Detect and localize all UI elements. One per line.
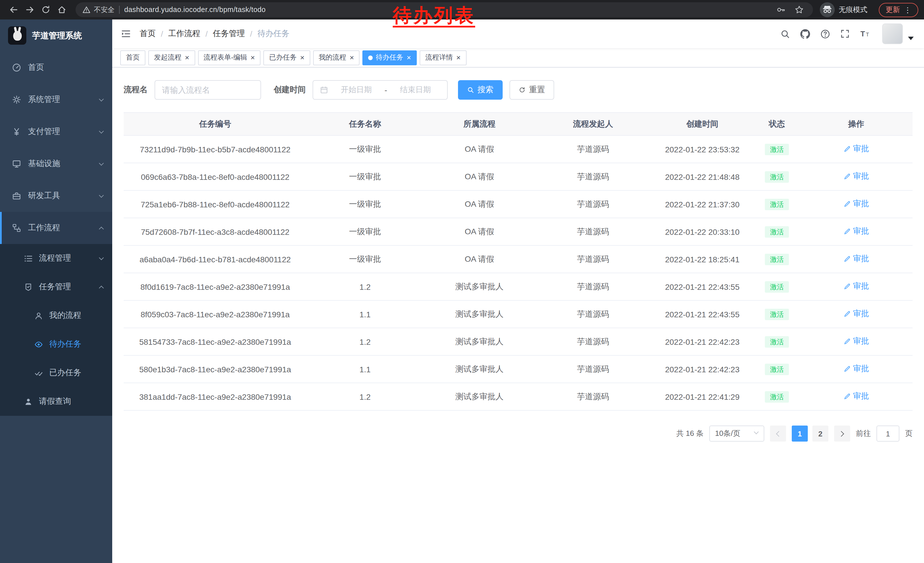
app-logo xyxy=(8,26,26,45)
star-icon[interactable] xyxy=(792,3,806,17)
page-size-value: 10条/页 xyxy=(715,428,740,439)
tags-view-tab[interactable]: 我的流程× xyxy=(313,50,360,65)
sidebar-item-done-tasks[interactable]: 已办任务 xyxy=(0,359,112,387)
end-date-placeholder[interactable]: 结束日期 xyxy=(391,85,440,95)
reset-button[interactable]: 重置 xyxy=(510,80,554,100)
approve-link[interactable]: 审批 xyxy=(843,309,869,319)
breadcrumb-home[interactable]: 首页 xyxy=(140,29,156,39)
sidebar-item-leave-query[interactable]: 请假查询 xyxy=(0,387,112,416)
cell-status: 激活 xyxy=(754,308,800,320)
sidebar-item-system[interactable]: 系统管理 xyxy=(0,84,112,116)
cell-name: 1.2 xyxy=(307,337,423,346)
my-process-icon xyxy=(33,311,44,320)
incognito-badge[interactable]: 无痕模式 xyxy=(819,1,873,18)
sidebar-item-my-process[interactable]: 我的流程 xyxy=(0,301,112,330)
reload-icon[interactable] xyxy=(38,2,54,18)
prev-page-button[interactable] xyxy=(770,426,786,441)
col-header-task-name: 任务名称 xyxy=(307,119,423,129)
font-size-icon[interactable]: TT xyxy=(858,26,873,41)
page-button-1[interactable]: 1 xyxy=(792,426,808,441)
pager-pages: 12 xyxy=(792,426,828,441)
page-button-2[interactable]: 2 xyxy=(812,426,828,441)
cell-id: 58154733-7ac8-11ec-a9e2-a2380e71991a xyxy=(124,337,307,346)
search-icon[interactable] xyxy=(777,26,792,41)
sidebar-item-payment[interactable]: 支付管理 xyxy=(0,116,112,148)
person-icon xyxy=(23,397,33,406)
close-icon[interactable]: × xyxy=(407,54,411,61)
search-button[interactable]: 搜索 xyxy=(458,80,502,100)
caret-down-icon[interactable] xyxy=(908,37,914,40)
approve-label: 审批 xyxy=(853,227,869,237)
approve-link[interactable]: 审批 xyxy=(843,171,869,182)
sidebar-item-label: 待办任务 xyxy=(49,339,103,349)
github-icon[interactable] xyxy=(798,26,812,41)
approve-link[interactable]: 审批 xyxy=(843,227,869,237)
sidebar-item-label: 我的流程 xyxy=(49,311,103,321)
sidebar-item-task-management[interactable]: 任务管理 xyxy=(0,273,112,301)
tags-view-tab[interactable]: 流程表单-编辑× xyxy=(198,50,261,65)
tab-label: 已办任务 xyxy=(269,53,297,62)
cell-id: 381aa1dd-7ac8-11ec-a9e2-a2380e71991a xyxy=(124,392,307,401)
close-icon[interactable]: × xyxy=(300,54,304,61)
sidebar-item-infrastructure[interactable]: 基础设施 xyxy=(0,148,112,180)
process-name-input[interactable] xyxy=(162,86,254,95)
approve-link[interactable]: 审批 xyxy=(843,144,869,155)
tags-view-tab[interactable]: 待办任务× xyxy=(363,50,417,65)
next-page-button[interactable] xyxy=(834,426,850,441)
cell-name: 一级审批 xyxy=(307,144,423,155)
update-button[interactable]: 更新 ⋮ xyxy=(879,3,918,17)
tab-label: 流程详情 xyxy=(425,53,453,62)
forward-icon[interactable] xyxy=(22,2,38,18)
cell-id: 8f0d1619-7ac8-11ec-a9e2-a2380e71991a xyxy=(124,282,307,291)
search-button-label: 搜索 xyxy=(477,85,494,95)
approve-link[interactable]: 审批 xyxy=(843,281,869,292)
sidebar-item-home[interactable]: 首页 xyxy=(0,51,112,84)
avatar[interactable] xyxy=(882,24,903,44)
close-icon[interactable]: × xyxy=(250,54,255,61)
pagination: 共 16 条 10条/页 12 前往 页 xyxy=(124,426,912,441)
tags-view-tab[interactable]: 流程详情× xyxy=(420,50,466,65)
approve-link[interactable]: 审批 xyxy=(843,364,869,374)
sidebar-item-workflow[interactable]: 工作流程 xyxy=(0,212,112,244)
start-date-placeholder[interactable]: 开始日期 xyxy=(332,85,381,95)
approve-link[interactable]: 审批 xyxy=(843,336,869,347)
fullscreen-icon[interactable] xyxy=(837,26,852,41)
sidebar-item-devtools[interactable]: 研发工具 xyxy=(0,180,112,212)
approve-link[interactable]: 审批 xyxy=(843,199,869,209)
key-icon[interactable] xyxy=(774,3,788,17)
question-icon[interactable] xyxy=(818,26,832,41)
close-icon[interactable]: × xyxy=(456,54,460,61)
more-vert-icon[interactable]: ⋮ xyxy=(904,6,911,14)
back-icon[interactable] xyxy=(6,2,22,18)
process-name-label: 流程名 xyxy=(124,85,148,95)
edit-icon xyxy=(843,173,851,180)
tags-view-tab[interactable]: 已办任务× xyxy=(263,50,310,65)
security-indicator[interactable]: 不安全 xyxy=(82,5,114,15)
tags-view-tab[interactable]: 首页 xyxy=(120,50,146,65)
cell-created: 2022-01-21 22:41:29 xyxy=(651,392,754,401)
close-icon[interactable]: × xyxy=(350,54,354,61)
sidebar-item-process-management[interactable]: 流程管理 xyxy=(0,244,112,273)
breadcrumb-task-management[interactable]: 任务管理 xyxy=(213,29,245,39)
create-time-label: 创建时间 xyxy=(274,85,306,95)
cell-process: 测试多审批人 xyxy=(423,336,535,347)
approve-link[interactable]: 审批 xyxy=(843,254,869,264)
breadcrumb-workflow[interactable]: 工作流程 xyxy=(168,29,200,39)
status-badge: 激活 xyxy=(765,363,789,375)
cell-status: 激活 xyxy=(754,198,800,210)
sidebar-item-todo-tasks[interactable]: 待办任务 xyxy=(0,330,112,359)
cell-action: 审批 xyxy=(800,254,912,264)
page-size-select[interactable]: 10条/页 xyxy=(710,426,764,441)
tags-view-tab[interactable]: 发起流程× xyxy=(148,50,195,65)
date-range-picker[interactable]: 开始日期 - 结束日期 xyxy=(313,80,448,100)
goto-page-input[interactable] xyxy=(876,426,899,441)
cell-created: 2022-01-22 23:53:32 xyxy=(651,145,754,154)
approve-label: 审批 xyxy=(853,171,869,182)
process-name-field xyxy=(154,80,261,100)
app-title: 芋道管理系统 xyxy=(32,30,82,41)
cell-status: 激活 xyxy=(754,391,800,402)
close-icon[interactable]: × xyxy=(185,54,189,61)
sidebar-collapse-icon[interactable] xyxy=(112,20,140,48)
approve-link[interactable]: 审批 xyxy=(843,392,869,402)
home-icon[interactable] xyxy=(54,2,70,18)
